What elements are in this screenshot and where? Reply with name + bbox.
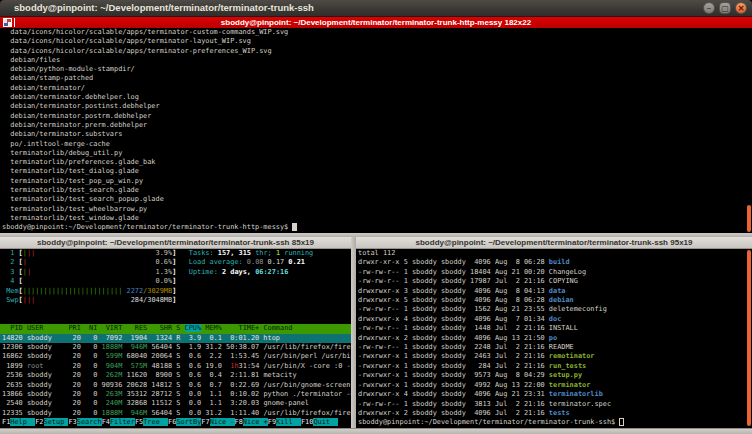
ls-terminal-scrollbar[interactable] bbox=[747, 250, 751, 426]
top-terminal-title: sboddy@pinpoint: ~/Development/terminato… bbox=[221, 18, 531, 27]
terminal-line: 12335 sboddy 20 0 1888M 946M 56404 S 0.0… bbox=[0, 409, 351, 418]
terminal-line bbox=[0, 315, 351, 324]
terminal-line: debian/python-module-stampdir/ bbox=[0, 65, 752, 74]
terminal-line: 2635 sboddy 20 0 90936 20628 14812 S 0.6… bbox=[0, 381, 351, 390]
top-terminal[interactable]: data/icons/hicolor/scalable/apps/termina… bbox=[0, 28, 752, 233]
terminal-line: debian/terminator.prerm.debhelper bbox=[0, 121, 752, 130]
terminal-line: terminatorlib/debug_util.py bbox=[0, 149, 752, 158]
terminal-line: drwxrwxr-x 5 sboddy sboddy 4096 Aug 8 06… bbox=[356, 296, 752, 305]
window-bottom-edge[interactable] bbox=[0, 428, 752, 434]
terminal-line: drwxr-xr-x 5 sboddy sboddy 4096 Aug 8 06… bbox=[356, 258, 752, 267]
terminal-line: terminatorlib/test_search.glade bbox=[0, 186, 752, 195]
terminal-line: terminatorlib/test_window.glade bbox=[0, 214, 752, 223]
top-terminal-titlebar[interactable]: sboddy@pinpoint: ~/Development/terminato… bbox=[0, 17, 752, 28]
ls-terminal-titlebar[interactable]: sboddy@pinpoint: ~/Development/terminato… bbox=[356, 237, 752, 249]
terminal-line: debian/terminator.substvars bbox=[0, 130, 752, 139]
terminal-line: drwxrwxr-x 2 sboddy sboddy 4096 Aug 13 2… bbox=[356, 334, 752, 343]
terminal-line: total 112 bbox=[356, 249, 752, 258]
terminal-line: debian/terminator.debhelper.log bbox=[0, 93, 752, 102]
terminal-line: drwxrwxr-x 3 sboddy sboddy 4096 Aug 8 04… bbox=[356, 287, 752, 296]
terminal-line: terminatorlib/test_search_popup.glade bbox=[0, 195, 752, 204]
terminal-line: debian/terminator/ bbox=[0, 84, 752, 93]
terminal-line: drwxrwxr-x 4 sboddy sboddy 4096 Aug 21 2… bbox=[356, 390, 752, 399]
terminal-line: Swp[||| 284/3048MB] bbox=[0, 296, 351, 305]
terminal-line: -rwxrwxr-x 1 sboddy sboddy 4992 Aug 13 2… bbox=[356, 381, 752, 390]
titlebar-separator bbox=[14, 18, 15, 27]
top-terminal-scrollbar[interactable] bbox=[747, 205, 751, 232]
terminal-line: -rw-rw-r-- 1 sboddy sboddy 17987 Jul 2 2… bbox=[356, 277, 752, 286]
window-title: sboddy@pinpoint: ~/Development/terminato… bbox=[14, 2, 314, 13]
terminal-line: Mem[|||||||||||||||||||||||| 2272/3029MB… bbox=[0, 287, 351, 296]
terminal-line: PID USER PRI NI VIRT RES SHR S CPU% MEM%… bbox=[0, 324, 351, 333]
terminal-line: po/.intltool-merge-cache bbox=[0, 140, 752, 149]
terminal-line: debian/terminator.postinst.debhelper bbox=[0, 102, 752, 111]
ls-terminal-title: sboddy@pinpoint: ~/Development/terminato… bbox=[416, 238, 693, 247]
terminal-line: data/icons/hicolor/scalable/apps/termina… bbox=[0, 47, 752, 56]
terminal-line: terminatorlib/test_dialog.glade bbox=[0, 167, 752, 176]
htop-terminal[interactable]: 1 [||| 3.9%] Tasks: 157, 315 thr; 1 runn… bbox=[0, 249, 351, 428]
terminal-line: -rw-rw-r-- 1 sboddy sboddy 1562 Aug 21 2… bbox=[356, 305, 752, 314]
terminal-line: data/icons/hicolor/scalable/apps/termina… bbox=[0, 37, 752, 46]
terminal-line: -rwxrwxr-x 1 sboddy sboddy 2463 Jul 2 21… bbox=[356, 352, 752, 361]
window-controls: − ▢ ✕ bbox=[703, 2, 747, 14]
terminal-line: 2 [| 0.6%] Load average: 0.08 0.17 0.21 bbox=[0, 258, 351, 267]
maximize-icon[interactable]: ▢ bbox=[719, 2, 731, 14]
terminal-line: drwxrwxr-x 2 sboddy sboddy 4096 Jul 2 21… bbox=[356, 409, 752, 418]
terminal-line: -rw-rw-r-- 1 sboddy sboddy 3813 Jul 2 21… bbox=[356, 400, 752, 409]
terminal-line: F1Help F2Setup F3SearchF4FilterF5Tree F6… bbox=[0, 418, 351, 427]
htop-terminal-titlebar[interactable]: sboddy@pinpoint: ~/Development/terminato… bbox=[0, 237, 351, 249]
terminal-group-icon[interactable] bbox=[3, 18, 12, 27]
terminal-line: debian/stamp-patched bbox=[0, 74, 752, 83]
terminal-line: sboddy@pinpoint:~/Development/terminator… bbox=[0, 223, 752, 232]
ls-terminal[interactable]: total 112drwxr-xr-x 5 sboddy sboddy 4096… bbox=[356, 249, 752, 428]
terminal-line: -rwxrwxr-x 1 sboddy sboddy 284 Jul 2 21:… bbox=[356, 362, 752, 371]
terminal-line: drwxrwxr-x 4 sboddy sboddy 4096 Aug 7 01… bbox=[356, 315, 752, 324]
terminal-line: 3 [|| 1.3%] Uptime: 2 days, 06:27:16 bbox=[0, 268, 351, 277]
window-titlebar[interactable]: sboddy@pinpoint: ~/Development/terminato… bbox=[0, 0, 752, 17]
terminal-line: terminatorlib/test_pop_up_win.py bbox=[0, 177, 752, 186]
terminal-line: 12306 sboddy 20 0 1888M 946M 56404 S 1.9… bbox=[0, 343, 351, 352]
terminal-line: -rwxrwxr-x 1 sboddy sboddy 9573 Aug 8 04… bbox=[356, 371, 752, 380]
terminal-line: 4 [ 0.0%] bbox=[0, 277, 351, 286]
terminal-line: 14820 sboddy 20 0 7092 1904 1324 R 3.9 0… bbox=[0, 334, 351, 343]
terminal-line: 2540 sboddy 20 0 240M 32868 11512 S 0.0 … bbox=[0, 399, 351, 408]
terminal-line: 16862 sboddy 20 0 599M 68040 20064 S 0.6… bbox=[0, 352, 351, 361]
terminal-line: 2536 sboddy 20 0 262M 11620 8900 S 0.6 0… bbox=[0, 371, 351, 380]
terminal-line: terminatorlib/preferences.glade_bak bbox=[0, 158, 752, 167]
terminal-line: terminatorlib/test_wheelbarrow.py bbox=[0, 205, 752, 214]
terminal-line: 1 [||| 3.9%] Tasks: 157, 315 thr; 1 runn… bbox=[0, 249, 351, 258]
terminal-line: 1899 root 20 0 904M 575M 48188 S 0.6 19.… bbox=[0, 362, 351, 371]
terminal-line: 13866 sboddy 20 0 263M 35312 28712 S 0.0… bbox=[0, 390, 351, 399]
terminal-line: data/icons/hicolor/scalable/apps/termina… bbox=[0, 28, 752, 37]
terminal-line: debian/terminator.postrm.debhelper bbox=[0, 112, 752, 121]
terminal-line: -rw-rw-r-- 1 sboddy sboddy 1448 Jul 2 21… bbox=[356, 324, 752, 333]
terminal-line bbox=[0, 305, 351, 314]
terminal-line: -rw-rw-r-- 1 sboddy sboddy 18404 Aug 21 … bbox=[356, 268, 752, 277]
terminator-window: sboddy@pinpoint: ~/Development/terminato… bbox=[0, 0, 752, 434]
htop-terminal-title: sboddy@pinpoint: ~/Development/terminato… bbox=[37, 238, 314, 247]
minimize-icon[interactable]: − bbox=[703, 2, 715, 14]
close-icon[interactable]: ✕ bbox=[735, 2, 747, 14]
terminal-line: debian/files bbox=[0, 56, 752, 65]
terminal-line: sboddy@pinpoint:~/Development/terminator… bbox=[356, 418, 752, 427]
terminal-line: -rw-rw-r-- 1 sboddy sboddy 2248 Jul 2 21… bbox=[356, 343, 752, 352]
